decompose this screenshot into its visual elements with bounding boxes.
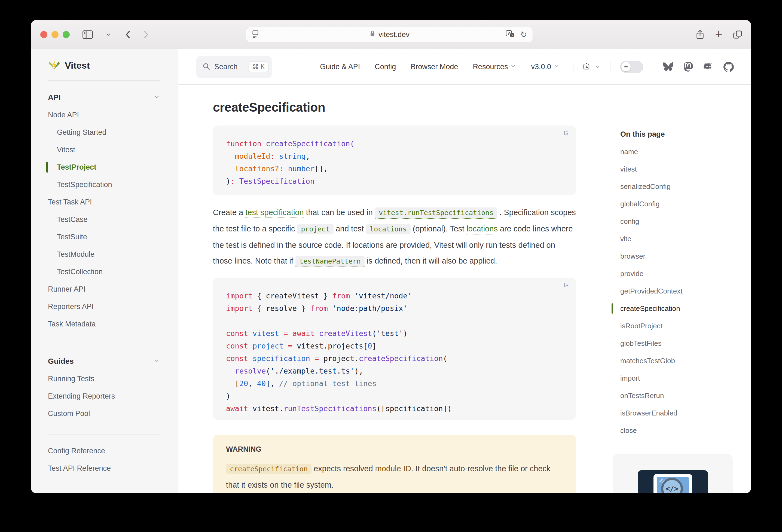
inline-link[interactable]: module ID	[375, 464, 411, 473]
sidebar-group-api[interactable]: API	[48, 89, 160, 106]
nav-links: Guide & APIConfigBrowser ModeResourcesv3…	[320, 63, 560, 71]
sidebar-item-test-task-api[interactable]: Test Task API	[48, 193, 160, 211]
outline-item-getprovidedcontext[interactable]: getProvidedContext	[620, 282, 718, 300]
code-language-label: ts	[564, 129, 569, 137]
theme-toggle[interactable]: ☀	[620, 61, 643, 73]
outline-item-isbrowserenabled[interactable]: isBrowserEnabled	[620, 404, 718, 422]
inline-code: createSpecification	[226, 464, 312, 474]
minimize-window-button[interactable]	[51, 31, 59, 38]
inline-code-link[interactable]: vitest.runTestSpecifications	[375, 208, 497, 219]
nav-link-guide-api[interactable]: Guide & API	[320, 63, 360, 71]
mastodon-icon[interactable]	[683, 62, 694, 72]
outline-item-serializedconfig[interactable]: serializedConfig	[620, 178, 718, 195]
nav-divider	[653, 62, 653, 72]
inline-code-link[interactable]: testNamePattern	[295, 256, 365, 267]
warning-text: createSpecification expects resolved mod…	[226, 461, 563, 493]
sidebar-item-extending-reporters[interactable]: Extending Reporters	[48, 387, 160, 405]
reader-view-icon[interactable]	[252, 30, 259, 39]
sidebar-item-getting-started[interactable]: Getting Started	[57, 123, 160, 141]
nav-divider	[610, 62, 610, 72]
sidebar-menu-chevron-icon[interactable]	[105, 32, 111, 38]
sidebar-item-testcase[interactable]: TestCase	[57, 211, 160, 228]
sidebar-toggle-icon[interactable]	[82, 30, 93, 39]
outline-item-vite[interactable]: vite	[620, 230, 718, 247]
nav-link-config[interactable]: Config	[375, 63, 396, 71]
chevron-down-icon	[554, 63, 560, 71]
browser-toolbar: vitest.dev A x ↻	[31, 20, 751, 49]
outline-list: namevitestserializedConfigglobalConfigco…	[620, 143, 718, 439]
outline-item-ontestsrerun[interactable]: onTestsRerun	[620, 387, 718, 404]
outline-item-vitest[interactable]: vitest	[620, 161, 718, 178]
nav-menu-resources[interactable]: Resources	[473, 63, 516, 71]
nav-menu-v3-0-0[interactable]: v3.0.0	[531, 63, 560, 71]
site-logo[interactable]: Vitest	[48, 58, 178, 73]
tab-overview-icon[interactable]	[733, 29, 743, 40]
reload-icon[interactable]: ↻	[520, 31, 527, 39]
warning-callout: WARNING createSpecification expects reso…	[213, 435, 576, 493]
sidebar-item-testspecification[interactable]: TestSpecification	[57, 176, 160, 193]
sidebar-item-reporters-api[interactable]: Reporters API	[48, 298, 160, 315]
sidebar-section: APINode APIGetting StartedVitestTestProj…	[48, 89, 160, 333]
inline-link[interactable]: locations	[466, 224, 497, 233]
bluesky-icon[interactable]	[663, 62, 673, 72]
github-icon[interactable]	[723, 62, 734, 72]
code-block-example: ts import { createVitest } from 'vitest/…	[213, 278, 576, 420]
ad-card[interactable]: </>	[613, 454, 733, 493]
discord-icon[interactable]	[703, 62, 714, 72]
sidebar-group-guides[interactable]: Guides	[48, 353, 160, 370]
back-button[interactable]	[124, 30, 132, 39]
sidebar-item-task-metadata[interactable]: Task Metadata	[48, 315, 160, 333]
outline-item-isrootproject[interactable]: isRootProject	[620, 317, 718, 334]
sidebar-divider	[48, 434, 160, 435]
inline-link[interactable]: test specification	[245, 208, 304, 217]
outline-panel: On this page namevitestserializedConfigg…	[620, 129, 718, 439]
browser-window: vitest.dev A x ↻	[31, 20, 751, 493]
warning-title: WARNING	[226, 445, 563, 454]
site-title: Vitest	[65, 60, 90, 71]
new-tab-icon[interactable]: +	[715, 28, 722, 40]
address-bar[interactable]: vitest.dev A x ↻	[246, 27, 533, 42]
chevron-down-icon	[510, 63, 516, 71]
close-window-button[interactable]	[40, 31, 47, 38]
sidebar-item-testmodule[interactable]: TestModule	[57, 246, 160, 263]
outline-item-globtestfiles[interactable]: globTestFiles	[620, 334, 718, 352]
outline-item-createspecification[interactable]: createSpecification	[620, 300, 718, 317]
sidebar-item-config-reference[interactable]: Config Reference	[48, 442, 160, 460]
sidebar: Vitest APINode APIGetting StartedVitestT…	[31, 49, 178, 493]
page-title: createSpecification	[213, 100, 751, 115]
outline-item-globalconfig[interactable]: globalConfig	[620, 195, 718, 213]
sidebar-item-testcollection[interactable]: TestCollection	[57, 263, 160, 280]
sidebar-item-testsuite[interactable]: TestSuite	[57, 228, 160, 246]
body-paragraph: Create a test specification that can be …	[213, 205, 576, 269]
outline-item-browser[interactable]: browser	[620, 247, 718, 265]
language-menu[interactable]: A	[583, 63, 600, 71]
search-button[interactable]: Search ⌘ K	[196, 56, 272, 78]
outline-item-provide[interactable]: provide	[620, 265, 718, 282]
inline-code: locations	[366, 224, 410, 235]
translate-icon[interactable]: A x	[506, 30, 515, 39]
sidebar-item-vitest[interactable]: Vitest	[57, 141, 160, 158]
nav-link-browser-mode[interactable]: Browser Mode	[411, 63, 458, 71]
outline-item-config[interactable]: config	[620, 213, 718, 230]
nav-cluster: Guide & APIConfigBrowser ModeResourcesv3…	[320, 61, 734, 73]
sidebar-item-custom-pool[interactable]: Custom Pool	[48, 405, 160, 422]
zoom-window-button[interactable]	[63, 31, 70, 38]
sidebar-divider	[48, 345, 160, 345]
lock-icon	[369, 30, 376, 39]
share-icon[interactable]	[696, 29, 705, 40]
sidebar-item-testproject[interactable]: TestProject	[57, 158, 160, 176]
sidebar-item-runner-api[interactable]: Runner API	[48, 280, 160, 298]
desktop-background: vitest.dev A x ↻	[0, 0, 782, 532]
sidebar-item-running-tests[interactable]: Running Tests	[48, 370, 160, 387]
code-language-label: ts	[564, 282, 569, 289]
sidebar-nav: APINode APIGetting StartedVitestTestProj…	[48, 89, 178, 477]
window-controls	[40, 31, 70, 38]
outline-item-import[interactable]: import	[620, 369, 718, 387]
forward-button[interactable]	[142, 30, 150, 39]
nav-divider	[573, 62, 573, 72]
outline-item-name[interactable]: name	[620, 143, 718, 161]
outline-item-matchestestglob[interactable]: matchesTestGlob	[620, 352, 718, 369]
sidebar-item-node-api[interactable]: Node API	[48, 106, 160, 123]
outline-item-close[interactable]: close	[620, 422, 718, 439]
sidebar-item-test-api-reference[interactable]: Test API Reference	[48, 460, 160, 477]
